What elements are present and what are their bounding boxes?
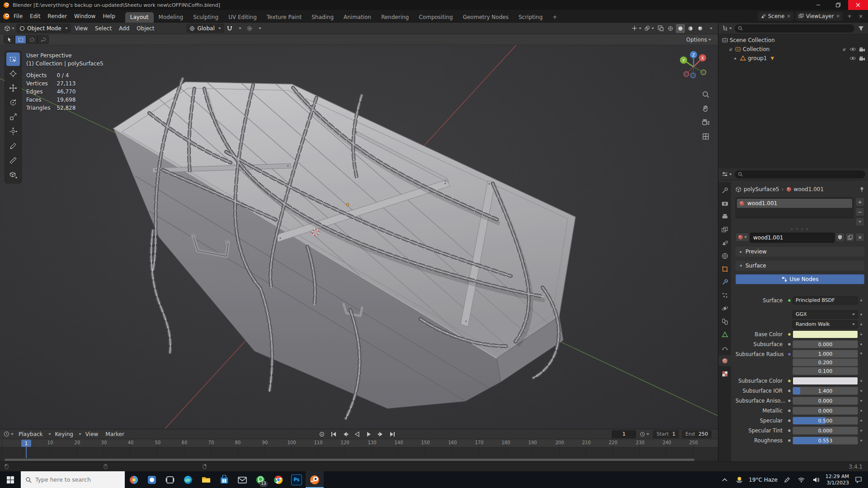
- collection-selectable-checkbox[interactable]: ✓: [842, 47, 847, 52]
- current-frame-field[interactable]: 1: [612, 430, 636, 438]
- timeline-track[interactable]: [0, 447, 718, 458]
- tool-rotate[interactable]: [6, 96, 20, 109]
- render-camera-icon[interactable]: [859, 56, 865, 61]
- render-camera-icon[interactable]: [859, 47, 865, 52]
- tool-move[interactable]: [6, 81, 20, 95]
- frame-end-field[interactable]: End 250: [682, 430, 712, 438]
- collection-exclude-checkbox[interactable]: ✓: [728, 47, 733, 52]
- animate-dot[interactable]: [858, 420, 864, 422]
- tab-render[interactable]: [718, 198, 731, 209]
- animate-dot[interactable]: [858, 333, 864, 335]
- tab-rendering[interactable]: Rendering: [376, 12, 414, 23]
- add-slot-button[interactable]: +: [855, 197, 864, 206]
- animate-dot[interactable]: [858, 343, 864, 345]
- tab-shading[interactable]: Shading: [307, 12, 339, 23]
- material-slot-list[interactable]: wood1.001: [736, 197, 854, 218]
- material-name-field[interactable]: wood1.001: [750, 233, 835, 243]
- tab-texture-paint[interactable]: Texture Paint: [262, 12, 307, 23]
- animate-dot[interactable]: [858, 440, 864, 441]
- scene-unlink-icon[interactable]: ×: [787, 14, 790, 19]
- specular-tint-slider[interactable]: 0.000: [793, 427, 858, 435]
- base-color-swatch[interactable]: [793, 330, 858, 338]
- snap-settings-dropdown[interactable]: [235, 24, 244, 33]
- properties-editor-type-button[interactable]: [721, 170, 733, 179]
- photoshop-icon[interactable]: Ps: [288, 471, 306, 488]
- timeline-ruler[interactable]: 10 20 30 40 50 60 70 80 90 100 110 120 1…: [0, 439, 718, 447]
- timeline-view-menu[interactable]: View: [82, 430, 101, 438]
- task-view-button[interactable]: [161, 471, 179, 488]
- radius-y-field[interactable]: 0.200: [793, 358, 858, 366]
- tool-scale[interactable]: [6, 110, 20, 124]
- outliner-search-input[interactable]: [735, 24, 854, 33]
- tab-texture[interactable]: [718, 368, 731, 379]
- radius-z-field[interactable]: 0.100: [793, 367, 858, 375]
- tool-annotate[interactable]: [6, 139, 20, 153]
- zoom-icon[interactable]: [702, 90, 710, 99]
- weather-haze-icon[interactable]: [734, 476, 744, 483]
- tab-output[interactable]: [718, 211, 731, 222]
- menu-file[interactable]: File: [10, 11, 26, 21]
- pinned-app-icon-2[interactable]: [143, 471, 161, 488]
- tool-measure[interactable]: [6, 154, 20, 167]
- subsurface-slider[interactable]: 0.000: [793, 340, 858, 348]
- keying-menu[interactable]: Keying: [52, 430, 76, 438]
- gizmo-toggle[interactable]: [631, 24, 642, 33]
- edge-icon[interactable]: [179, 471, 197, 488]
- blender-taskbar-icon[interactable]: [306, 471, 324, 488]
- overlays-toggle[interactable]: [643, 24, 655, 33]
- volume-icon[interactable]: [811, 477, 821, 483]
- hide-eye-icon[interactable]: [849, 47, 856, 52]
- chrome-icon[interactable]: [269, 471, 288, 488]
- blender-menu-icon[interactable]: [3, 13, 10, 20]
- tab-tool[interactable]: [718, 185, 731, 196]
- store-icon[interactable]: [215, 471, 233, 488]
- tab-particles[interactable]: [718, 290, 731, 300]
- marker-menu[interactable]: Marker: [102, 430, 127, 438]
- sss-method-dropdown[interactable]: Random Walk: [793, 320, 858, 328]
- outliner-filter-button[interactable]: [856, 24, 865, 33]
- select-menu[interactable]: Select: [92, 24, 115, 33]
- editor-type-button[interactable]: [3, 24, 15, 33]
- specular-slider[interactable]: 0.500: [793, 417, 858, 425]
- tab-world[interactable]: [718, 250, 731, 261]
- next-keyframe-button[interactable]: [375, 430, 386, 438]
- play-button[interactable]: [363, 430, 374, 438]
- tab-scene[interactable]: [718, 237, 731, 248]
- viewlayer-unlink-icon[interactable]: ×: [836, 14, 840, 19]
- shading-material-button[interactable]: [686, 24, 695, 33]
- surface-shader-dropdown[interactable]: Principled BSDF: [793, 296, 858, 305]
- tool-cursor[interactable]: [6, 67, 20, 80]
- unlink-material-button[interactable]: ×: [855, 233, 864, 242]
- browse-material-dropdown[interactable]: [736, 233, 749, 242]
- shading-solid-button[interactable]: [676, 24, 685, 33]
- current-frame-indicator[interactable]: 1: [21, 440, 31, 447]
- select-lasso-button[interactable]: [38, 35, 49, 44]
- tab-object-data[interactable]: [718, 329, 731, 340]
- notification-center-icon[interactable]: [854, 477, 863, 483]
- menu-window[interactable]: Window: [71, 11, 99, 21]
- clock[interactable]: 12:29 AM 3/1/2023: [826, 474, 849, 486]
- viewlayer-selector[interactable]: ViewLayer ×: [796, 12, 843, 21]
- distribution-dropdown[interactable]: GGX: [793, 310, 858, 319]
- gizmo-neg-y[interactable]: [701, 70, 706, 75]
- mode-dropdown[interactable]: Object Mode: [16, 23, 71, 33]
- auto-keying-toggle[interactable]: [316, 430, 327, 438]
- snap-toggle[interactable]: [225, 24, 234, 33]
- fake-user-button[interactable]: [835, 233, 844, 242]
- gizmo-neg-z[interactable]: [691, 73, 696, 78]
- breadcrumb-object[interactable]: polySurface5: [744, 186, 779, 192]
- outliner-row-group1[interactable]: ▸ group1: [718, 54, 868, 63]
- maximize-button[interactable]: [828, 0, 848, 10]
- metallic-slider[interactable]: 0.000: [793, 407, 858, 415]
- play-reverse-button[interactable]: [352, 430, 363, 438]
- animate-dot[interactable]: [858, 430, 864, 432]
- tool-transform[interactable]: [6, 125, 20, 138]
- camera-view-icon[interactable]: [702, 118, 710, 127]
- menu-render[interactable]: Render: [44, 11, 71, 21]
- hide-eye-icon[interactable]: [849, 56, 856, 61]
- shading-rendered-button[interactable]: [696, 24, 705, 33]
- whatsapp-icon[interactable]: 13: [251, 471, 269, 488]
- pin-icon[interactable]: [859, 187, 864, 192]
- close-button[interactable]: [848, 0, 868, 10]
- taskbar-search[interactable]: [21, 471, 125, 488]
